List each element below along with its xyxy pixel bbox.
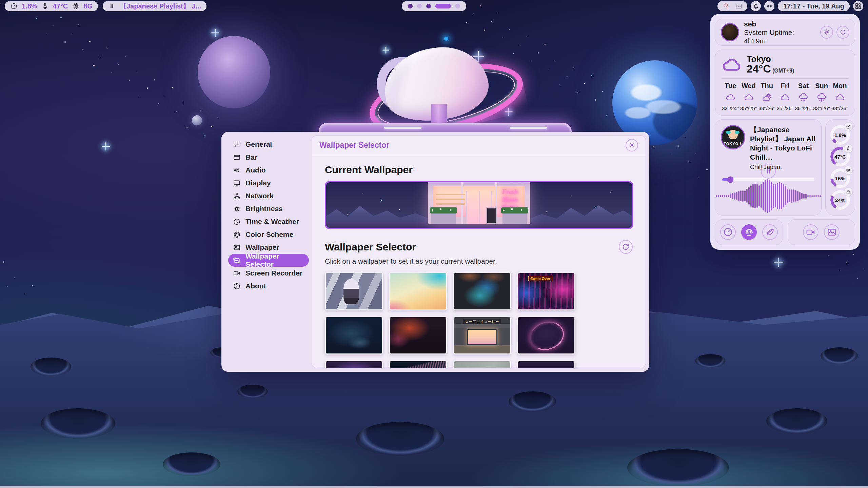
app-launcher-button[interactable] [853,1,863,11]
sidebar-item-general[interactable]: General [228,138,309,151]
cafe-frame [461,182,463,224]
sidebar-item-label: Network [245,192,274,200]
stat-ring-disk: 24% [830,190,850,210]
refresh-button[interactable] [619,240,633,254]
wallpaper-thumbnail-sage-grey[interactable] [453,360,511,368]
wallpaper-thumbnail-neon-arcade[interactable]: Game Over [517,272,575,310]
media-progress-thumb[interactable] [727,177,734,183]
star [172,87,173,88]
profile-balanced-button[interactable] [741,224,757,240]
media-progress-slider[interactable] [722,178,814,181]
brightness-icon [233,205,241,213]
power-profile-group [715,219,783,245]
star [857,278,858,279]
stat-ring-chip: 16% [830,168,850,188]
disk-icon [844,188,852,196]
wallpaper-thumbnail-teal-blur[interactable] [453,272,511,310]
wallpaper-thumbnail-ember-forest[interactable] [389,316,447,354]
sidebar-item-time-weather[interactable]: Time & Weather [228,215,309,228]
media-pill[interactable]: 【Japanese Playlist】 J... [103,1,206,11]
waveform-bar [742,190,744,202]
wallpaper-grid: Game Overローファイコーヒー [325,272,631,368]
workspace-dot-3[interactable] [426,4,431,8]
star [47,34,48,35]
profile-performance-button[interactable] [720,224,736,240]
workspace-dot-5[interactable] [455,4,460,8]
wallpaper-thumbnail-coral-reef[interactable] [517,360,575,368]
crater [41,408,115,439]
tray-image-icon[interactable] [735,2,743,10]
pause-icon [764,166,773,176]
workspace-dot-2[interactable] [417,4,422,8]
profile-powersave-button[interactable] [762,224,778,240]
system-tray[interactable] [717,1,747,11]
system-stats-pill[interactable]: 1.8% 47°C 8G [5,1,98,11]
weather-city: Tokyo [747,55,794,63]
small-moon [192,115,202,125]
sidebar-item-display[interactable]: Display [228,177,309,189]
star [125,56,126,57]
sidebar-item-bar[interactable]: Bar [228,151,309,164]
notifications-button[interactable] [751,1,761,11]
sidebar-item-brightness[interactable]: Brightness [228,202,309,215]
volume-button[interactable] [764,1,774,11]
star [559,84,560,85]
forecast-day-name: Mon [833,82,847,90]
sidebar-item-about[interactable]: About [228,280,309,292]
blue-star [444,37,448,41]
sidebar-item-color-scheme[interactable]: Color Scheme [228,228,309,241]
waveform-bar [754,184,756,208]
waveform-bar [758,185,760,206]
workspace-dot-4[interactable] [435,4,451,8]
star [211,126,212,127]
waveform-bar [728,195,729,197]
waveform-bar [718,195,719,197]
gear-icon [823,28,830,36]
star [545,44,546,45]
wallpaper-thumbnail-dark-village[interactable] [325,316,383,354]
close-button[interactable]: ✕ [626,139,638,151]
star [154,79,155,80]
workspace-indicator[interactable] [402,1,466,11]
sidebar-item-wallpaper-selector[interactable]: Wallpaper Selector [228,254,309,267]
waveform-bar [789,189,790,202]
sidebar-item-screen-recorder[interactable]: Screen Recorder [228,267,309,280]
star [695,153,696,154]
star [653,146,654,148]
media-pill-label: 【Japanese Playlist】 J... [120,2,201,11]
waveform-bar [752,184,754,208]
wallpaper-thumbnail-anime-crosswalk[interactable] [325,272,383,310]
bright-star [505,108,513,116]
star [685,137,686,138]
power-icon [839,28,847,36]
star [846,262,848,264]
waveform-bar [767,179,768,213]
star [158,103,159,104]
sidebar-item-network[interactable]: Network [228,189,309,202]
sidebar-item-audio[interactable]: Audio [228,164,309,177]
system-stats-column: 1.8%47°C16%24% [825,119,855,216]
weather-cloud-icon [722,56,742,73]
tray-app-icon[interactable] [722,2,730,10]
sidebar-item-label: Time & Weather [245,218,299,226]
screen-record-button[interactable] [803,224,818,240]
wallpaper-thumbnail-lofi-storefront[interactable]: ローファイコーヒー [453,316,511,354]
system-uptime: System Uptime: 4h19m [744,28,815,45]
bright-star [102,142,110,150]
star [688,161,689,162]
clock-pill[interactable]: 17:17 - Tue, 19 Aug [778,1,850,11]
cafe-planter [502,213,527,224]
wallpaper-thumbnail-nebula-forest[interactable] [325,360,383,368]
star [165,95,165,96]
waveform-bar [726,195,727,197]
power-button[interactable] [836,26,849,39]
wallpaper-thumbnail-wire-mesh[interactable] [389,360,447,368]
wallpaper-thumbnail-light-ring[interactable] [517,316,575,354]
workspace-dot-1[interactable] [408,4,413,8]
screenshot-button[interactable] [824,224,840,240]
forecast-day-wed: Wed35°/25° [740,82,757,111]
wallpaper-thumbnail-pastel-gradient[interactable] [389,272,447,310]
settings-button[interactable] [820,26,833,39]
cafe-planter [431,213,456,224]
pause-button[interactable] [761,164,776,179]
